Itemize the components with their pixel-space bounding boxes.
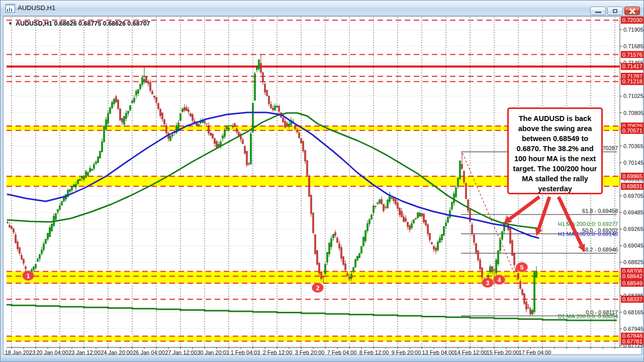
svg-text:1 Feb 04:03: 1 Feb 04:03 bbox=[231, 349, 260, 355]
svg-text:0.68642: 0.68642 bbox=[622, 273, 642, 279]
svg-text:0.68549: 0.68549 bbox=[622, 280, 642, 286]
svg-text:0.71685: 0.71685 bbox=[623, 43, 643, 49]
svg-text:0.69705: 0.69705 bbox=[623, 193, 643, 199]
svg-text:15 Feb 20:00: 15 Feb 20:00 bbox=[487, 349, 519, 355]
svg-text:3 Feb 20:00: 3 Feb 20:00 bbox=[295, 349, 325, 355]
svg-text:38.2 - 0.68946: 38.2 - 0.68946 bbox=[582, 247, 618, 253]
time-axis[interactable]: 18 Jan 202320 Jan 04:0023 Jan 12:0024 Ja… bbox=[5, 347, 642, 355]
svg-text:8 Feb 12:00: 8 Feb 12:00 bbox=[359, 349, 389, 355]
svg-text:0.69485: 0.69485 bbox=[623, 209, 643, 215]
svg-text:7 Feb 04:00: 7 Feb 04:00 bbox=[327, 349, 357, 355]
svg-text:18 Jan 2023: 18 Jan 2023 bbox=[5, 349, 36, 355]
svg-text:▼: ▼ bbox=[8, 21, 13, 26]
svg-text:0.69045: 0.69045 bbox=[623, 243, 643, 249]
svg-text:0.71576: 0.71576 bbox=[622, 52, 642, 58]
ohlc-readout: AUDUSD,H1 0.68626 0.68775 0.68626 0.6870… bbox=[16, 20, 150, 27]
svg-text:30 Jan 20:03: 30 Jan 20:03 bbox=[197, 349, 229, 355]
svg-text:0.70365: 0.70365 bbox=[623, 143, 643, 149]
svg-text:5: 5 bbox=[520, 264, 524, 271]
svg-text:0.68337: 0.68337 bbox=[622, 296, 642, 302]
svg-text:0.69265: 0.69265 bbox=[623, 226, 643, 232]
svg-text:0.70145: 0.70145 bbox=[623, 160, 643, 166]
svg-text:0.68825: 0.68825 bbox=[623, 259, 643, 265]
svg-text:0.68165: 0.68165 bbox=[623, 309, 643, 315]
svg-text:24 Jan 20:00: 24 Jan 20:00 bbox=[101, 349, 133, 355]
svg-text:61.8 - 0.69458: 61.8 - 0.69458 bbox=[582, 208, 618, 214]
svg-text:D1 MA:200:0:0: 0.68054: D1 MA:200:0:0: 0.68054 bbox=[558, 313, 618, 319]
svg-text:9 Feb 20:00: 9 Feb 20:00 bbox=[392, 349, 421, 355]
price-axis[interactable]: 0.719050.716850.714650.712450.710250.708… bbox=[620, 17, 644, 348]
svg-text:13 Feb 04:00: 13 Feb 04:00 bbox=[422, 349, 455, 355]
svg-text:0.71218: 0.71218 bbox=[622, 78, 642, 84]
svg-text:26 Jan 04:00: 26 Jan 04:00 bbox=[133, 349, 165, 355]
svg-text:0.71905: 0.71905 bbox=[623, 27, 643, 33]
svg-text:23 Jan 12:00: 23 Jan 12:00 bbox=[68, 349, 101, 355]
svg-text:17 Feb 04:00: 17 Feb 04:00 bbox=[519, 349, 551, 355]
svg-text:2 Feb 12:00: 2 Feb 12:00 bbox=[263, 349, 293, 355]
svg-text:0.69831: 0.69831 bbox=[622, 183, 642, 189]
svg-text:0.70571: 0.70571 bbox=[622, 128, 642, 134]
svg-text:0.70805: 0.70805 bbox=[623, 110, 643, 116]
annotation-arrows bbox=[504, 197, 585, 252]
svg-text:H1 MA:200:0:0: 0.69277: H1 MA:200:0:0: 0.69277 bbox=[558, 221, 618, 227]
svg-text:1: 1 bbox=[27, 273, 30, 280]
svg-text:14 Feb 12:00: 14 Feb 12:00 bbox=[454, 349, 487, 355]
svg-text:3: 3 bbox=[486, 280, 490, 287]
annotation-box: The AUDUSD is back above the swing area … bbox=[507, 107, 603, 194]
svg-text:20 Jan 04:00: 20 Jan 04:00 bbox=[36, 349, 68, 355]
svg-text:4: 4 bbox=[498, 277, 501, 284]
window-bottom-strip bbox=[1, 355, 643, 362]
d1-ma200-line bbox=[7, 305, 617, 320]
quote-line: ▼AUDUSD,H1 0.68626 0.68775 0.68626 0.687… bbox=[8, 20, 150, 27]
svg-text:0.69965: 0.69965 bbox=[622, 173, 642, 179]
svg-text:0.67781: 0.67781 bbox=[622, 338, 642, 344]
svg-text:2: 2 bbox=[316, 285, 320, 292]
svg-text:0.72030: 0.72030 bbox=[622, 17, 642, 23]
svg-text:0.71025: 0.71025 bbox=[623, 93, 643, 99]
svg-text:0.67945: 0.67945 bbox=[623, 326, 643, 332]
mt4-chart-window: AUDUSD,H1 0.7028761.8 - 0.6945850.0 - 0.… bbox=[0, 0, 644, 362]
svg-text:27 Jan 12:00: 27 Jan 12:00 bbox=[165, 349, 197, 355]
svg-text:H1 MA:100:0:0: 0.69148: H1 MA:100:0:0: 0.69148 bbox=[558, 231, 618, 237]
svg-text:0.71417: 0.71417 bbox=[622, 63, 642, 69]
